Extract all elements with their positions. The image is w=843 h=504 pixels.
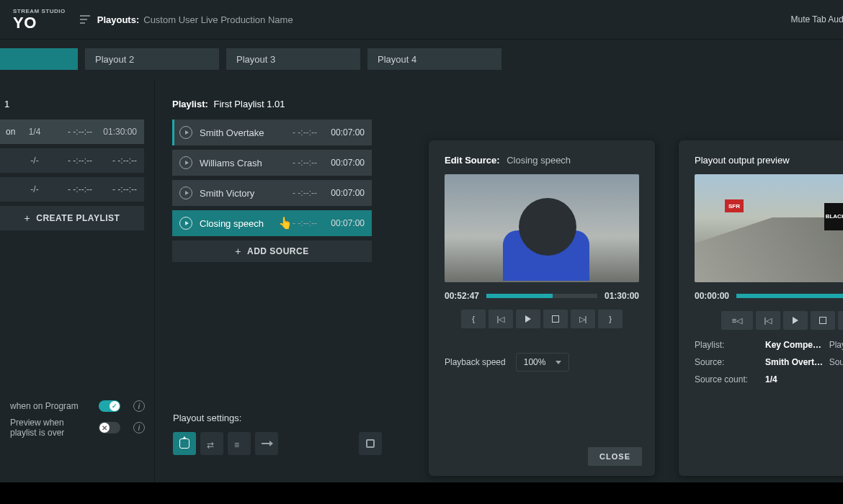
skip-forward-button[interactable]: ▷| [838, 311, 843, 330]
arrow-out-icon [262, 443, 272, 444]
play-button[interactable] [783, 311, 808, 330]
list-play-button[interactable]: ≡◁ [721, 311, 753, 330]
send-out-button[interactable] [255, 432, 278, 455]
output-transport-controls: ≡◁ |◁ ▷| [695, 311, 843, 330]
edit-source-thumbnail[interactable] [445, 174, 639, 282]
tab-playout-1[interactable] [0, 48, 78, 70]
edit-progress-fill [486, 294, 553, 298]
playlist-row[interactable]: on Moments 1/4 - -:--:-- 01:30:00 [0, 120, 144, 144]
play-icon [179, 217, 192, 230]
playlist-duration: - -:--:-- [98, 184, 137, 194]
playout-tabs: Playout 2 Playout 3 Playout 4 [0, 40, 843, 78]
play-icon [793, 317, 798, 324]
playback-speed-select[interactable]: 100% [516, 353, 570, 372]
edit-scrubber: 00:52:47 01:30:00 [445, 291, 639, 301]
create-playlist-label: CREATE PLAYLIST [36, 213, 120, 223]
play-button[interactable] [516, 310, 540, 328]
source-row-selected[interactable]: Closing speech - -:--:-- 00:07:00 [172, 210, 372, 236]
playback-speed-label: Playback speed [445, 357, 506, 367]
source-name: Williams Crash [200, 158, 272, 168]
source-duration: 00:07:00 [324, 218, 365, 228]
create-playlist-button[interactable]: + CREATE PLAYLIST [0, 206, 144, 230]
queue-button[interactable]: ≡ [228, 432, 251, 455]
tab-playout-4[interactable]: Playout 4 [367, 48, 501, 70]
info-icon[interactable]: i [133, 422, 145, 433]
mark-out-button[interactable]: } [598, 310, 623, 328]
stop-icon [552, 315, 559, 323]
edit-transport-controls: { |◁ ▷| } [445, 310, 639, 328]
thumbnail-sign-bd: BLACK+ DECKER [824, 203, 843, 230]
shuffle-icon: ⇄ [207, 440, 217, 447]
add-source-label: ADD SOURCE [247, 246, 309, 256]
playlist-start: - -:--:-- [53, 156, 92, 166]
source-duration: 00:07:00 [324, 127, 365, 138]
source-row[interactable]: Smith Victory - -:--:-- 00:07:00 [172, 180, 372, 206]
app-logo: STREAM STUDIO YO [13, 9, 66, 30]
source-time: - -:--:-- [280, 158, 317, 168]
play-icon [179, 126, 192, 139]
plus-icon: + [24, 212, 31, 224]
output-scrubber: 00:00:00 [695, 291, 843, 301]
brand-big: YO [13, 16, 66, 30]
output-preview-title: Playout output preview [695, 155, 843, 166]
playlists-header: 1 [0, 99, 144, 120]
source-duration: 00:07:00 [324, 188, 365, 198]
tab-playout-3[interactable]: Playout 3 [226, 48, 360, 70]
when-on-program-toggle[interactable] [99, 400, 120, 412]
close-button[interactable]: CLOSE [588, 447, 642, 466]
output-playlist-row: Playlist: Key Competition... Playlist ti… [695, 340, 843, 350]
option-preview-over: Preview when playlist is over i [10, 418, 145, 438]
source-time: - -:--:-- [280, 188, 317, 198]
thumbnail-sign-sfr: SFR [725, 199, 744, 212]
play-icon [179, 156, 192, 169]
loop-icon [179, 438, 189, 449]
output-source-row: Source: Smith Overtake Source time left [695, 357, 843, 367]
queue-icon: ≡ [234, 440, 244, 447]
info-icon[interactable]: i [133, 400, 145, 412]
preview-over-toggle[interactable] [99, 422, 120, 433]
playouts-menu-icon[interactable] [80, 15, 90, 24]
source-duration: 00:07:00 [324, 158, 365, 168]
stop-icon [819, 317, 826, 324]
output-count-row: Source count: 1/4 [695, 374, 843, 384]
edit-total-time: 01:30:00 [605, 291, 639, 301]
source-row[interactable]: Smith Overtake - -:--:-- 00:07:00 [172, 120, 372, 145]
playouts-label: Playouts: [97, 14, 140, 25]
skip-back-button[interactable]: |◁ [489, 310, 513, 328]
edit-progress-bar[interactable] [486, 294, 597, 298]
edit-source-header: Edit Source: Closing speech [445, 155, 639, 166]
playlist-row[interactable]: -/- - -:--:-- - -:--:-- [0, 148, 144, 173]
skip-back-button[interactable]: |◁ [756, 311, 780, 330]
stop-button[interactable] [811, 311, 835, 330]
playlist-title: Playlist: First Playlist 1.01 [172, 99, 372, 109]
playout-settings-title: Playout settings: [173, 413, 382, 423]
output-current-time: 00:00:00 [695, 291, 729, 301]
playlist-count: 1/4 [22, 127, 48, 137]
tab-playout-2[interactable]: Playout 2 [85, 48, 219, 70]
play-icon [525, 315, 531, 323]
playlist-row[interactable]: -/- - -:--:-- - -:--:-- [0, 177, 144, 202]
chevron-down-icon [556, 361, 561, 364]
loop-button[interactable] [173, 432, 196, 455]
skip-forward-button[interactable]: ▷| [571, 310, 595, 328]
topbar: STREAM STUDIO YO Playouts: Custom User L… [0, 0, 843, 40]
source-time: - -:--:-- [280, 127, 317, 138]
add-source-button[interactable]: + ADD SOURCE [172, 240, 372, 262]
app-window: STREAM STUDIO YO Playouts: Custom User L… [0, 0, 843, 482]
playout-settings: Playout settings: ⇄ ≡ [173, 413, 382, 455]
playlist-name: on Moments [6, 127, 16, 137]
source-name: Closing speech [200, 218, 272, 229]
output-preview-panel: Playout output preview SFR BLACK+ DECKER… [679, 140, 843, 476]
playlist-duration: - -:--:-- [98, 156, 137, 166]
stop-button[interactable] [543, 310, 568, 328]
output-thumbnail[interactable]: SFR BLACK+ DECKER [695, 174, 843, 282]
playlist-options: when on Program i Preview when playlist … [0, 393, 155, 451]
stop-button[interactable] [359, 432, 382, 455]
shuffle-button[interactable]: ⇄ [200, 432, 223, 455]
source-name: Smith Victory [200, 188, 272, 199]
source-row[interactable]: Williams Crash - -:--:-- 00:07:00 [172, 150, 372, 176]
plus-icon: + [235, 246, 241, 257]
output-progress-fill [736, 294, 843, 298]
mark-in-button[interactable]: { [461, 310, 486, 328]
output-progress-bar[interactable] [736, 294, 843, 298]
